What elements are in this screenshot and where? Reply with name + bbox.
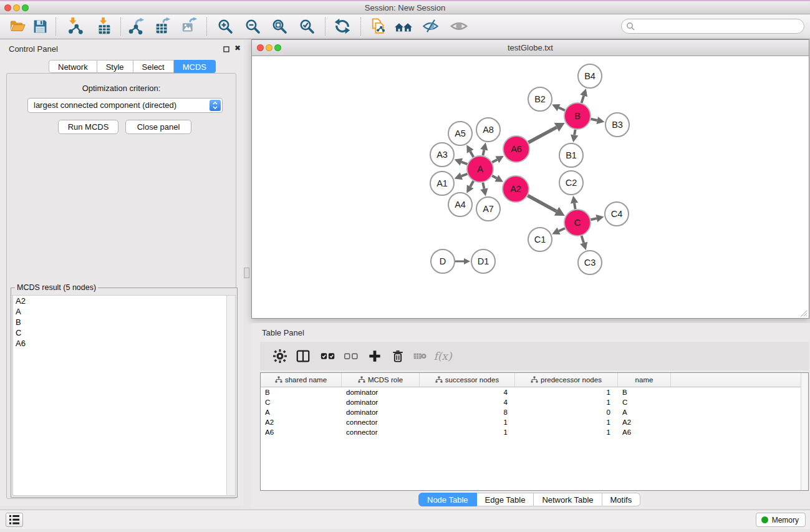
close-panel-button[interactable]: Close panel bbox=[125, 120, 191, 134]
table-cell[interactable]: A6 bbox=[261, 427, 342, 437]
column-header-shared-name[interactable]: shared name bbox=[261, 373, 342, 387]
new-network-from-selection-button[interactable] bbox=[370, 17, 388, 36]
edge-B-B4[interactable] bbox=[580, 89, 587, 103]
memory-button[interactable]: Memory bbox=[756, 513, 806, 527]
column-header-predecessor-nodes[interactable]: predecessor nodes bbox=[515, 373, 618, 387]
table-cell[interactable]: C bbox=[261, 397, 342, 407]
tab-style[interactable]: Style bbox=[97, 60, 133, 73]
node-A8[interactable]: A8 bbox=[476, 118, 500, 142]
edge-A-A4[interactable] bbox=[466, 181, 473, 193]
mcds-result-item[interactable]: C bbox=[13, 327, 226, 338]
zoom-out-button[interactable] bbox=[243, 17, 262, 36]
table-cell[interactable]: A6 bbox=[618, 427, 671, 437]
node-C2[interactable]: C2 bbox=[559, 171, 583, 195]
table-cell[interactable]: dominator bbox=[342, 407, 420, 417]
node-A1[interactable]: A1 bbox=[430, 172, 454, 195]
node-B2[interactable]: B2 bbox=[528, 87, 552, 111]
table-cell[interactable]: dominator bbox=[342, 397, 420, 407]
function-builder-button[interactable]: f(x) bbox=[433, 347, 452, 365]
import-network-button[interactable] bbox=[65, 17, 84, 36]
hide-details-button[interactable] bbox=[450, 17, 468, 36]
resize-grip[interactable] bbox=[799, 308, 808, 317]
close-panel-button[interactable]: ✖ bbox=[233, 44, 242, 52]
window-titlebar[interactable]: Session: New Session bbox=[0, 1, 810, 14]
save-session-button[interactable] bbox=[31, 17, 49, 36]
table-cell[interactable]: dominator bbox=[342, 387, 420, 397]
create-column-button[interactable] bbox=[365, 347, 384, 365]
table-cell[interactable]: 1 bbox=[420, 427, 515, 437]
table-cell[interactable]: A2 bbox=[618, 417, 671, 427]
delete-table-button[interactable] bbox=[411, 347, 430, 365]
node-C[interactable]: C bbox=[564, 210, 591, 236]
edge-B-B2[interactable] bbox=[552, 104, 565, 111]
table-cell[interactable]: 1 bbox=[515, 397, 618, 407]
edge-C-C2[interactable] bbox=[571, 196, 578, 210]
network-canvas[interactable]: A5A8A6A3AA1A2A4A7B4B2BB3B1C2CC4C1C3DD1 bbox=[252, 56, 809, 318]
node-D[interactable]: D bbox=[431, 249, 455, 273]
node-A4[interactable]: A4 bbox=[448, 193, 472, 216]
table-cell[interactable]: connector bbox=[342, 427, 420, 437]
search-input[interactable] bbox=[638, 21, 799, 33]
table-settings-button[interactable] bbox=[271, 347, 289, 365]
network-window-titlebar[interactable]: testGlobe.txt bbox=[252, 40, 809, 56]
table-row[interactable]: A2connector11A2 bbox=[261, 417, 801, 427]
select-all-button[interactable] bbox=[319, 347, 337, 365]
tab-select[interactable]: Select bbox=[133, 60, 174, 73]
edge-A-A5[interactable] bbox=[466, 145, 473, 157]
edge-A6-B[interactable] bbox=[528, 123, 564, 143]
table-cell[interactable]: C bbox=[618, 397, 671, 407]
delete-column-button[interactable] bbox=[388, 347, 407, 365]
refresh-button[interactable] bbox=[333, 17, 352, 36]
edge-A-A3[interactable] bbox=[455, 158, 468, 166]
node-B[interactable]: B bbox=[564, 103, 591, 129]
export-table-button[interactable] bbox=[153, 17, 172, 36]
mcds-result-item[interactable]: B bbox=[13, 317, 226, 327]
run-mcds-button[interactable]: Run MCDS bbox=[58, 120, 118, 134]
edge-C-C4[interactable] bbox=[591, 215, 604, 222]
table-cell[interactable]: 4 bbox=[420, 387, 515, 397]
tab-motifs[interactable]: Motifs bbox=[602, 493, 641, 506]
table-cell[interactable]: A bbox=[618, 407, 671, 417]
node-A6[interactable]: A6 bbox=[503, 136, 529, 162]
column-header-MCDS-role[interactable]: MCDS role bbox=[342, 373, 420, 387]
node-A7[interactable]: A7 bbox=[476, 197, 500, 221]
edge-B-B3[interactable] bbox=[591, 117, 604, 124]
table-cell[interactable]: 4 bbox=[420, 397, 515, 407]
node-D1[interactable]: D1 bbox=[471, 249, 495, 273]
table-row[interactable]: A6connector11A6 bbox=[261, 427, 801, 437]
table-cell[interactable]: B bbox=[618, 387, 671, 397]
tab-network[interactable]: Network bbox=[49, 60, 97, 73]
table-row[interactable]: Adominator80A bbox=[261, 407, 801, 417]
node-C4[interactable]: C4 bbox=[605, 202, 629, 226]
mcds-result-item[interactable]: A bbox=[13, 306, 226, 317]
edge-A-A6[interactable] bbox=[492, 156, 504, 163]
tab-mcds[interactable]: MCDS bbox=[174, 60, 216, 73]
search-box[interactable] bbox=[621, 19, 804, 34]
result-scrollbar[interactable] bbox=[226, 296, 235, 495]
edge-B-B1[interactable] bbox=[571, 130, 578, 143]
node-A3[interactable]: A3 bbox=[430, 143, 454, 167]
table-cell[interactable]: 1 bbox=[515, 427, 618, 437]
edge-C-C3[interactable] bbox=[580, 236, 587, 250]
edge-C-C1[interactable] bbox=[552, 228, 565, 235]
table-cell[interactable]: B bbox=[261, 387, 342, 397]
task-history-button[interactable] bbox=[6, 513, 23, 527]
node-A2[interactable]: A2 bbox=[503, 176, 529, 202]
export-network-button[interactable] bbox=[127, 17, 145, 36]
mcds-result-item[interactable]: A2 bbox=[13, 296, 226, 306]
node-A5[interactable]: A5 bbox=[448, 122, 472, 145]
import-table-button[interactable] bbox=[94, 17, 113, 36]
zoom-in-button[interactable] bbox=[216, 17, 234, 36]
table-scrollbar[interactable] bbox=[801, 373, 808, 490]
table-row[interactable]: Cdominator41C bbox=[261, 397, 801, 407]
deselect-all-button[interactable] bbox=[342, 347, 360, 365]
mcds-result-item[interactable]: A6 bbox=[13, 338, 226, 349]
node-C3[interactable]: C3 bbox=[578, 251, 602, 274]
first-neighbors-button[interactable] bbox=[394, 17, 413, 36]
edge-A-A1[interactable] bbox=[455, 173, 468, 180]
edge-D-D1[interactable] bbox=[455, 258, 470, 264]
table-cell[interactable]: 0 bbox=[515, 407, 618, 417]
show-graphics-details-button[interactable] bbox=[421, 17, 440, 36]
table-cell[interactable]: 1 bbox=[420, 417, 515, 427]
export-image-button[interactable] bbox=[180, 17, 199, 36]
